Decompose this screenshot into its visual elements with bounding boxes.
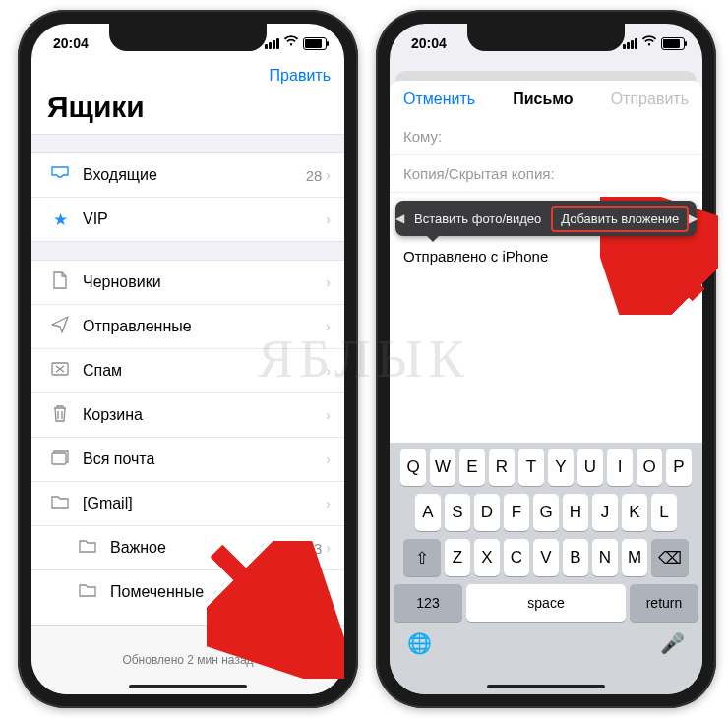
to-field[interactable]: Кому:: [390, 118, 702, 155]
status-icons: [265, 36, 327, 50]
key-z[interactable]: Z: [445, 539, 470, 576]
compose-button[interactable]: [307, 647, 329, 675]
context-menu-tail: [425, 234, 441, 242]
key-a[interactable]: A: [415, 494, 441, 531]
key-k[interactable]: K: [622, 494, 647, 531]
row-count: 28: [306, 167, 327, 184]
chevron-right-icon: ›: [326, 451, 331, 467]
chevron-right-icon: ›: [326, 211, 331, 227]
chevron-right-icon: ›: [326, 407, 331, 423]
signal-icon: [265, 38, 279, 49]
screen-left: 20:04 Править Ящики: [31, 24, 344, 694]
key-r[interactable]: R: [489, 449, 515, 486]
key-p[interactable]: P: [666, 449, 692, 486]
home-indicator: [129, 685, 247, 688]
nav-row: Править: [31, 63, 344, 85]
phone-frame-right: 20:04 Отменить Письмо Отправить Кому: К: [376, 10, 716, 708]
row-allmail[interactable]: Вся почта ›: [31, 438, 344, 482]
home-indicator: [487, 685, 605, 688]
row-count: 3: [314, 540, 326, 557]
key-space[interactable]: space: [466, 584, 626, 622]
key-shift[interactable]: ⇧: [403, 539, 441, 576]
key-q[interactable]: Q: [400, 449, 426, 486]
row-spam[interactable]: Спам ›: [31, 349, 344, 393]
cc-field[interactable]: Копия/Скрытая копия:: [390, 155, 702, 193]
section-separator: [31, 134, 344, 153]
menu-add-attachment[interactable]: Добавить вложение: [551, 206, 689, 232]
key-123[interactable]: 123: [394, 584, 462, 622]
row-label: Корзина: [73, 406, 326, 424]
status-time: 20:04: [53, 35, 89, 51]
key-i[interactable]: I: [607, 449, 633, 486]
row-flagged[interactable]: Помеченные ›: [31, 570, 344, 614]
key-e[interactable]: E: [459, 449, 485, 486]
menu-insert-photo[interactable]: Вставить фото/видео: [404, 211, 551, 226]
chevron-right-icon: ›: [326, 319, 331, 334]
key-j[interactable]: J: [592, 494, 618, 531]
key-n[interactable]: N: [592, 539, 618, 576]
row-gmail[interactable]: [Gmail] ›: [31, 482, 344, 526]
key-b[interactable]: B: [563, 539, 588, 576]
chevron-right-icon: ›: [326, 274, 331, 290]
trash-icon: [47, 404, 73, 427]
row-sent[interactable]: Отправленные ›: [31, 305, 344, 349]
mailbox-group-folders: Черновики › Отправленные › Спам ›: [31, 261, 344, 614]
allmail-icon: [47, 449, 73, 470]
row-trash[interactable]: Корзина ›: [31, 393, 344, 438]
compose-sheet: Отменить Письмо Отправить Кому: Копия/Ск…: [390, 81, 702, 443]
send-icon: [47, 316, 73, 338]
row-label: Помеченные: [100, 583, 326, 601]
chevron-right-icon: ›: [326, 584, 331, 600]
edit-button[interactable]: Править: [270, 67, 331, 85]
key-s[interactable]: S: [445, 494, 470, 531]
battery-icon: [303, 37, 327, 50]
send-button[interactable]: Отправить: [611, 90, 689, 108]
section-separator: [31, 241, 344, 261]
folder-icon: [75, 582, 100, 602]
key-backspace[interactable]: ⌫: [651, 539, 689, 576]
key-u[interactable]: U: [577, 449, 603, 486]
chevron-right-icon: ›: [326, 363, 331, 379]
row-drafts[interactable]: Черновики ›: [31, 261, 344, 305]
menu-prev-icon[interactable]: ◀: [395, 211, 404, 225]
sheet-header: Отменить Письмо Отправить: [390, 81, 702, 118]
chevron-right-icon: ›: [326, 167, 331, 183]
key-d[interactable]: D: [474, 494, 500, 531]
page-title: Ящики: [31, 85, 344, 134]
row-inbox[interactable]: Входящие 28 ›: [31, 153, 344, 198]
key-g[interactable]: G: [533, 494, 559, 531]
tray-icon: [47, 165, 73, 185]
menu-next-icon[interactable]: ▶: [689, 211, 698, 225]
key-return[interactable]: return: [630, 584, 698, 622]
row-label: VIP: [73, 210, 326, 228]
phone-frame-left: 20:04 Править Ящики: [18, 10, 358, 708]
star-icon: ★: [47, 209, 73, 230]
globe-icon[interactable]: 🌐: [407, 631, 432, 655]
key-c[interactable]: C: [504, 539, 529, 576]
key-l[interactable]: L: [651, 494, 677, 531]
sheet-title: Письмо: [513, 90, 573, 108]
mic-icon[interactable]: 🎤: [660, 631, 685, 655]
key-w[interactable]: W: [430, 449, 455, 486]
key-h[interactable]: H: [563, 494, 588, 531]
key-f[interactable]: F: [504, 494, 529, 531]
row-vip[interactable]: ★ VIP ›: [31, 198, 344, 241]
cancel-button[interactable]: Отменить: [403, 90, 475, 108]
spam-icon: [47, 361, 73, 381]
key-o[interactable]: O: [637, 449, 662, 486]
row-important[interactable]: Важное 3 ›: [31, 526, 344, 570]
update-status: Обновлено 2 мин назад: [122, 653, 253, 667]
keyboard: QWERTYUIOP ASDFGHJKL ⇧ ZXCVBNM ⌫ 123 spa…: [390, 443, 702, 694]
row-label: Отправленные: [73, 318, 326, 335]
context-menu: ◀ Вставить фото/видео Добавить вложение …: [395, 201, 697, 236]
key-v[interactable]: V: [533, 539, 559, 576]
status-icons: [623, 36, 685, 50]
svg-rect-1: [52, 453, 66, 464]
battery-icon: [661, 37, 685, 50]
key-t[interactable]: T: [518, 449, 544, 486]
screen-right: 20:04 Отменить Письмо Отправить Кому: К: [390, 24, 702, 694]
wifi-icon: [641, 35, 657, 49]
key-y[interactable]: Y: [548, 449, 574, 486]
key-x[interactable]: X: [474, 539, 500, 576]
key-m[interactable]: M: [622, 539, 647, 576]
